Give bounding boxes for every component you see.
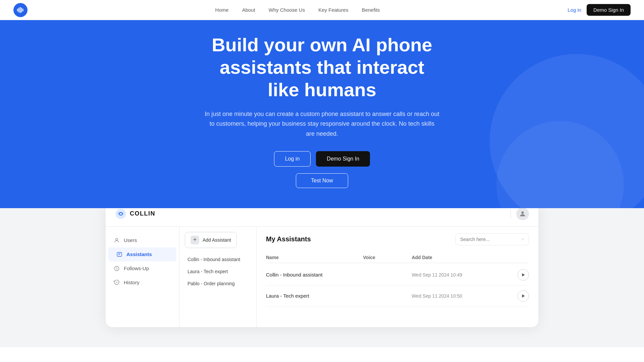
search-input[interactable] xyxy=(460,237,519,242)
svg-point-6 xyxy=(521,211,524,214)
play-icon xyxy=(521,273,526,277)
search-box[interactable] xyxy=(455,233,529,245)
collin-logo-icon xyxy=(115,208,126,220)
nav-key-features[interactable]: Key Features xyxy=(318,7,348,13)
svg-marker-12 xyxy=(522,273,525,276)
sidebar-assistants-label: Assistants xyxy=(126,251,152,257)
dash-logo-text: COLLIN xyxy=(130,210,155,217)
sidebar-item-users[interactable]: Users xyxy=(106,233,179,247)
nav-links: Home About Why Choose Us Key Features Be… xyxy=(215,7,380,13)
logo xyxy=(13,3,28,17)
play-button[interactable] xyxy=(518,269,529,281)
navbar: Home About Why Choose Us Key Features Be… xyxy=(0,0,644,20)
svg-point-10 xyxy=(522,238,523,240)
table-row: Collin - Inbound assistant Wed Sep 11 20… xyxy=(266,264,529,286)
navbar-actions: Log in Demo Sign In xyxy=(568,4,631,16)
svg-rect-3 xyxy=(21,8,22,12)
play-icon xyxy=(521,294,526,298)
svg-rect-8 xyxy=(117,252,122,256)
sidebar-item-history[interactable]: History xyxy=(106,276,179,290)
logo-icon xyxy=(13,3,28,17)
history-icon xyxy=(114,280,120,286)
svg-rect-2 xyxy=(20,7,21,13)
col-voice: Voice xyxy=(363,255,412,260)
nav-benefits[interactable]: Benefits xyxy=(362,7,380,13)
col-date: Add Date xyxy=(412,255,509,260)
sidebar-followsup-label: Follows-Up xyxy=(124,265,149,271)
assistants-icon xyxy=(116,251,122,257)
my-assistants-title: My Assistants xyxy=(266,235,311,243)
soundwave-icon xyxy=(16,6,24,14)
row-date: Wed Sep 11 2024 10:50 xyxy=(412,293,509,299)
dashboard-body: Users Assistants Follows-Up xyxy=(106,227,538,327)
user-icon xyxy=(114,237,120,243)
avatar[interactable] xyxy=(516,207,529,220)
hero-section: Build your own AI phone assistants that … xyxy=(0,0,644,208)
col-name: Name xyxy=(266,255,363,260)
dash-header-right xyxy=(511,207,529,220)
svg-rect-1 xyxy=(18,8,19,12)
plus-icon: + xyxy=(191,236,199,244)
demo-signin-button-hero[interactable]: Demo Sign In xyxy=(316,151,370,167)
add-assistant-label: Add Assistant xyxy=(203,237,231,243)
nav-home[interactable]: Home xyxy=(215,7,229,13)
list-item[interactable]: Pablo - Order planning xyxy=(179,278,256,290)
sidebar-item-followsup[interactable]: Follows-Up xyxy=(106,261,179,276)
test-now-button[interactable]: Test Now xyxy=(296,173,348,188)
login-button-nav[interactable]: Log in xyxy=(568,7,581,13)
hero-headline: Build your own AI phone assistants that … xyxy=(171,34,473,101)
hero-buttons: Log in Demo Sign In xyxy=(274,151,370,167)
list-item[interactable]: Laura - Tech expert xyxy=(179,265,256,278)
main-header: My Assistants xyxy=(266,233,529,245)
user-avatar-icon xyxy=(519,210,526,218)
assistants-list-panel: + Add Assistant Collin - Inbound assista… xyxy=(179,227,257,327)
demo-signin-button-nav[interactable]: Demo Sign In xyxy=(587,4,631,16)
row-name: Laura - Tech expert xyxy=(266,293,363,299)
add-assistant-button[interactable]: + Add Assistant xyxy=(185,232,237,248)
sidebar: Users Assistants Follows-Up xyxy=(106,227,179,327)
svg-rect-4 xyxy=(22,9,23,11)
login-button-hero[interactable]: Log in xyxy=(274,151,311,167)
row-name: Collin - Inbound assistant xyxy=(266,272,363,278)
sidebar-history-label: History xyxy=(124,280,140,285)
dashboard-wrapper: COLLIN Users xyxy=(0,208,644,347)
search-icon xyxy=(522,236,524,242)
sidebar-item-assistants[interactable]: Assistants xyxy=(108,247,176,261)
hero-subtext: In just one minute you can create a cust… xyxy=(205,109,439,139)
my-assistants-main: My Assistants Name Voice Add Date xyxy=(257,227,538,327)
svg-point-7 xyxy=(116,238,118,240)
sidebar-users-label: Users xyxy=(124,237,137,243)
table-header: Name Voice Add Date xyxy=(266,252,529,263)
col-action xyxy=(509,255,529,260)
followup-icon xyxy=(114,265,120,272)
play-button[interactable] xyxy=(518,290,529,302)
nav-why-choose-us[interactable]: Why Choose Us xyxy=(269,7,305,13)
header-divider xyxy=(511,209,511,219)
nav-about[interactable]: About xyxy=(242,7,255,13)
svg-line-11 xyxy=(523,240,524,240)
svg-point-5 xyxy=(116,208,126,219)
row-date: Wed Sep 11 2024 10:49 xyxy=(412,272,509,278)
dash-logo: COLLIN xyxy=(115,208,155,220)
list-item[interactable]: Collin - Inbound assistant xyxy=(179,253,256,265)
svg-marker-13 xyxy=(522,294,525,297)
dashboard-card: COLLIN Users xyxy=(106,201,538,327)
table-row: Laura - Tech expert Wed Sep 11 2024 10:5… xyxy=(266,286,529,307)
svg-rect-0 xyxy=(17,9,18,11)
